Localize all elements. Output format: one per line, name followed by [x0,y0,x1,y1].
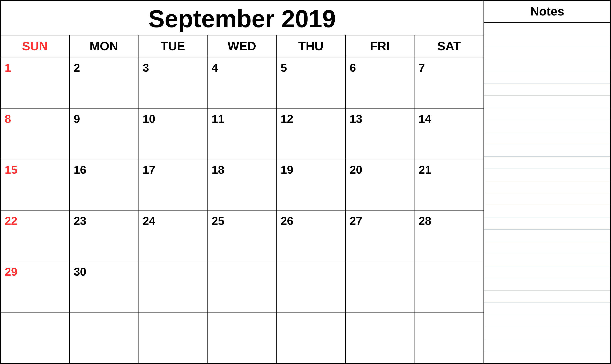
calendar-cell[interactable]: 19 [277,159,346,210]
day-number: 2 [74,61,80,74]
day-number: 26 [281,214,293,227]
calendar-cell[interactable]: 14 [414,108,483,160]
day-number: 16 [74,163,86,176]
notes-line[interactable] [484,315,611,327]
day-number: 18 [212,163,224,176]
calendar-cell[interactable]: 8 [0,108,70,160]
calendar-cell[interactable] [414,261,483,312]
calendar-cell[interactable]: 30 [70,261,139,312]
calendar-cell[interactable] [414,312,483,364]
calendar-cell[interactable]: 11 [208,108,277,160]
notes-line[interactable] [484,35,611,47]
day-number: 15 [5,163,17,176]
notes-line[interactable] [484,303,611,315]
day-number: 11 [212,112,224,125]
calendar-grid: 1 2 3 4 5 6 7 8 9 10 11 12 13 14 15 16 1… [0,57,483,364]
day-number: 25 [212,214,224,227]
calendar-cell[interactable]: 27 [346,210,415,262]
calendar-cell[interactable] [0,312,70,364]
calendar-title: September 2019 [0,0,483,35]
calendar-cell[interactable]: 4 [208,57,277,108]
day-number: 22 [5,214,17,227]
notes-line[interactable] [484,71,611,83]
calendar-cell[interactable]: 29 [0,261,70,312]
calendar-cell[interactable]: 21 [414,159,483,210]
notes-line[interactable] [484,59,611,71]
calendar-cell[interactable] [138,312,208,364]
notes-line[interactable] [484,144,611,156]
notes-line[interactable] [484,230,611,242]
day-header-thu: THU [277,35,346,57]
calendar-cell[interactable]: 6 [346,57,415,108]
notes-line[interactable] [484,266,611,278]
calendar-cell[interactable] [346,312,415,364]
calendar-cell[interactable]: 2 [70,57,139,108]
day-number: 12 [281,112,293,125]
day-number: 1 [5,61,11,74]
calendar-cell[interactable]: 25 [208,210,277,262]
calendar-cell[interactable]: 17 [138,159,208,210]
day-header-mon: MON [70,35,139,57]
notes-line[interactable] [484,290,611,303]
day-number: 28 [419,214,431,227]
calendar-cell[interactable]: 28 [414,210,483,262]
notes-line[interactable] [484,242,611,254]
day-number: 8 [5,112,11,125]
calendar-cell[interactable] [208,261,277,312]
calendar-cell[interactable]: 9 [70,108,139,160]
calendar-cell[interactable]: 3 [138,57,208,108]
notes-line[interactable] [484,96,611,108]
notes-line[interactable] [484,156,611,169]
calendar-cell[interactable]: 10 [138,108,208,160]
notes-line[interactable] [484,169,611,181]
day-number: 17 [143,163,155,176]
notes-line[interactable] [484,181,611,193]
notes-line[interactable] [484,205,611,217]
notes-line[interactable] [484,351,611,364]
calendar-cell[interactable]: 23 [70,210,139,262]
notes-line[interactable] [484,217,611,230]
calendar-cell[interactable]: 20 [346,159,415,210]
day-header-fri: FRI [346,35,415,57]
calendar-cell[interactable] [277,312,346,364]
calendar-cell[interactable]: 12 [277,108,346,160]
notes-line[interactable] [484,108,611,120]
calendar-cell[interactable] [70,312,139,364]
main-container: September 2019 SUN MON TUE WED THU FRI S… [0,0,611,364]
notes-line[interactable] [484,339,611,351]
calendar-cell[interactable]: 15 [0,159,70,210]
notes-line[interactable] [484,193,611,205]
calendar-cell[interactable] [346,261,415,312]
notes-line[interactable] [484,23,611,35]
notes-line[interactable] [484,254,611,266]
notes-title: Notes [484,0,611,23]
calendar-cell[interactable] [208,312,277,364]
calendar-cell[interactable]: 13 [346,108,415,160]
day-number: 14 [419,112,431,125]
calendar-cell[interactable]: 24 [138,210,208,262]
day-header-tue: TUE [138,35,208,57]
calendar-cell[interactable]: 22 [0,210,70,262]
day-header-sun: SUN [0,35,70,57]
calendar-cell[interactable]: 5 [277,57,346,108]
day-number: 13 [350,112,362,125]
notes-line[interactable] [484,47,611,59]
calendar-cell[interactable]: 1 [0,57,70,108]
notes-line[interactable] [484,327,611,339]
day-number: 19 [281,163,293,176]
day-number: 3 [143,61,149,74]
calendar-cell[interactable]: 18 [208,159,277,210]
calendar-cell[interactable] [277,261,346,312]
calendar-cell[interactable] [138,261,208,312]
notes-line[interactable] [484,83,611,96]
notes-line[interactable] [484,132,611,144]
day-number: 27 [350,214,362,227]
notes-line[interactable] [484,120,611,132]
calendar-cell[interactable]: 7 [414,57,483,108]
notes-lines[interactable] [484,23,611,364]
day-number: 20 [350,163,362,176]
calendar-cell[interactable]: 26 [277,210,346,262]
calendar-section: September 2019 SUN MON TUE WED THU FRI S… [0,0,484,364]
notes-line[interactable] [484,278,611,290]
calendar-cell[interactable]: 16 [70,159,139,210]
